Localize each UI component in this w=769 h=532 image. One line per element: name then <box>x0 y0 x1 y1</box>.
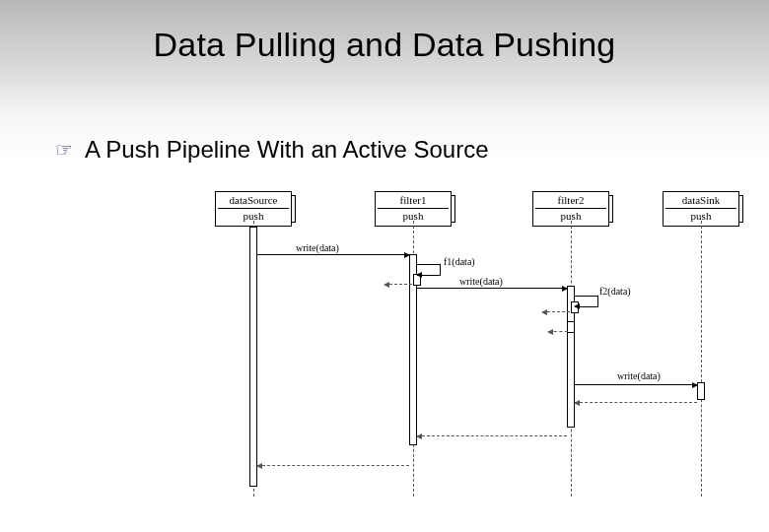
msg-label-f1: f1(data) <box>444 256 475 267</box>
self-call-f2 <box>575 296 598 307</box>
bullet-text: A Push Pipeline With an Active Source <box>85 136 489 164</box>
activation-datasink <box>697 382 705 400</box>
bullet-row: ☞ A Push Pipeline With an Active Source <box>55 136 489 164</box>
activation-filter2-c <box>567 321 575 333</box>
return-r1 <box>257 465 409 466</box>
msg-label-m2: write(data) <box>459 276 503 287</box>
msg-label-m1: write(data) <box>296 242 339 253</box>
self-call-f1 <box>417 264 441 276</box>
msg-label-m3: write(data) <box>617 370 661 381</box>
sequence-diagram: dataSource push filter1 push filter2 pus… <box>168 191 720 506</box>
arrow-m3 <box>575 384 697 385</box>
return-r3 <box>575 402 697 403</box>
return-f2b <box>548 331 568 332</box>
arrow-m2 <box>417 288 567 289</box>
return-f1 <box>384 284 412 285</box>
page-title: Data Pulling and Data Pushing <box>0 0 769 64</box>
activation-datasource <box>249 227 257 487</box>
pointing-hand-icon: ☞ <box>55 140 73 160</box>
lifeline-datasink <box>701 221 702 497</box>
return-r2 <box>417 435 567 436</box>
msg-label-f2: f2(data) <box>599 286 631 297</box>
arrow-m1 <box>257 254 409 255</box>
return-f2a <box>542 311 570 312</box>
